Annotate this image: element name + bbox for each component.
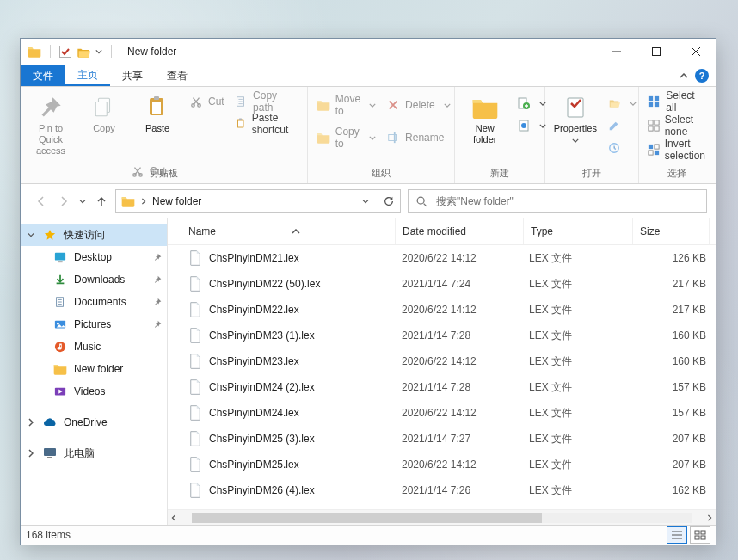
close-button[interactable]: [676, 39, 716, 65]
paste-button[interactable]: Paste: [132, 90, 182, 138]
open-button[interactable]: [606, 94, 638, 113]
select-all-button[interactable]: Select all: [646, 92, 709, 111]
search-input[interactable]: [434, 194, 699, 208]
minimize-button[interactable]: [597, 39, 637, 65]
history-button[interactable]: [606, 138, 638, 157]
desktop-icon: [53, 250, 67, 264]
nav-forward-button[interactable]: [57, 194, 71, 208]
table-row[interactable]: ChsPinyinDM22 (50).lex2021/1/14 7:24LEX …: [168, 271, 716, 297]
cut-button-2[interactable]: Cut: [129, 162, 168, 181]
sidebar-item-videos[interactable]: Videos: [21, 380, 167, 403]
scroll-left-icon[interactable]: [170, 514, 177, 521]
copy-to-button[interactable]: Copy to: [315, 128, 378, 147]
address-bar[interactable]: New folder: [115, 189, 401, 213]
file-size: 160 KB: [630, 355, 711, 367]
file-date: 2020/6/22 14:12: [395, 252, 522, 264]
pin-to-quick-access-button[interactable]: Pin to Quick access: [26, 90, 76, 161]
view-large-icons-button[interactable]: [690, 526, 710, 544]
sidebar-item-downloads[interactable]: Downloads: [21, 268, 167, 291]
tab-share[interactable]: 共享: [110, 65, 155, 86]
sidebar-item-music[interactable]: Music: [21, 335, 167, 358]
nav-sidebar: 快速访问 Desktop Downloads Documents Picture…: [21, 218, 168, 525]
table-row[interactable]: ChsPinyinDM22.lex2020/6/22 14:12LEX 文件21…: [168, 297, 716, 323]
select-none-button[interactable]: Select none: [646, 116, 709, 135]
invert-selection-button[interactable]: Invert selection: [646, 140, 709, 159]
file-size: 157 KB: [630, 381, 711, 393]
qa-folder-icon[interactable]: [77, 46, 90, 58]
refresh-button[interactable]: [383, 195, 395, 207]
this-pc-icon: [43, 446, 57, 460]
maximize-button[interactable]: [637, 39, 676, 65]
scrollbar-thumb[interactable]: [192, 513, 542, 523]
sidebar-item-documents[interactable]: Documents: [21, 291, 167, 313]
table-row[interactable]: ChsPinyinDM21.lex2020/6/22 14:12LEX 文件12…: [168, 245, 716, 271]
sidebar-item-this-pc[interactable]: 此电脑: [21, 442, 167, 465]
table-row[interactable]: ChsPinyinDM23 (1).lex2021/1/14 7:28LEX 文…: [168, 323, 716, 348]
file-size: 162 KB: [630, 484, 711, 496]
file-rows: ChsPinyinDM21.lex2020/6/22 14:12LEX 文件12…: [168, 245, 716, 509]
table-row[interactable]: ChsPinyinDM23.lex2020/6/22 14:12LEX 文件16…: [168, 348, 716, 374]
explorer-window: New folder 文件 主页 共享 查看 ? Pin to Quick ac…: [20, 38, 716, 545]
sidebar-item-new-folder[interactable]: New folder: [21, 358, 167, 380]
address-dropdown-icon[interactable]: [362, 198, 369, 205]
pin-icon: [153, 298, 162, 306]
expand-icon[interactable]: [26, 449, 36, 458]
file-date: 2021/1/14 7:24: [395, 278, 522, 290]
file-name: ChsPinyinDM25.lex: [209, 458, 299, 471]
paste-shortcut-button[interactable]: Paste shortcut: [233, 114, 300, 133]
sidebar-item-pictures[interactable]: Pictures: [21, 313, 167, 335]
tab-file[interactable]: 文件: [21, 65, 65, 86]
search-box[interactable]: [408, 189, 707, 213]
nav-back-button[interactable]: [34, 194, 48, 208]
col-size[interactable]: Size: [633, 218, 710, 244]
breadcrumb[interactable]: New folder: [152, 195, 201, 207]
status-item-count: 168 items: [26, 529, 71, 541]
qa-checkbox-icon[interactable]: [59, 46, 71, 58]
copy-button[interactable]: Copy: [79, 90, 129, 138]
table-row[interactable]: ChsPinyinDM24 (2).lex2021/1/14 7:28LEX 文…: [168, 374, 716, 400]
horizontal-scrollbar[interactable]: [168, 509, 716, 525]
expand-icon[interactable]: [26, 232, 36, 237]
new-folder-button[interactable]: New folder: [460, 90, 510, 149]
table-row[interactable]: ChsPinyinDM25 (3).lex2021/1/14 7:27LEX 文…: [168, 426, 716, 452]
col-date[interactable]: Date modified: [396, 218, 524, 244]
help-button[interactable]: ?: [695, 69, 709, 83]
table-row[interactable]: ChsPinyinDM24.lex2020/6/22 14:12LEX 文件15…: [168, 400, 716, 426]
table-row[interactable]: ChsPinyinDM25.lex2020/6/22 14:12LEX 文件20…: [168, 452, 716, 477]
svg-rect-42: [653, 48, 661, 56]
cut-button[interactable]: Cut: [188, 92, 226, 111]
rename-button[interactable]: Rename: [384, 128, 452, 147]
col-type[interactable]: Type: [524, 218, 633, 244]
tab-view[interactable]: 查看: [155, 65, 200, 86]
properties-button[interactable]: Properties: [550, 90, 600, 149]
music-icon: [53, 340, 67, 354]
file-type: LEX 文件: [522, 354, 630, 369]
ribbon-collapse-icon[interactable]: [680, 73, 688, 78]
copy-path-button[interactable]: Copy path: [233, 92, 300, 111]
sidebar-item-desktop[interactable]: Desktop: [21, 246, 167, 268]
address-chevron-icon[interactable]: [140, 198, 147, 205]
table-row[interactable]: ChsPinyinDM26 (4).lex2021/1/14 7:26LEX 文…: [168, 477, 716, 503]
sort-indicator-icon: [286, 229, 305, 234]
qa-customize-icon[interactable]: [95, 48, 102, 55]
new-item-button[interactable]: [515, 94, 548, 113]
file-size: 207 KB: [630, 433, 711, 445]
easy-access-button[interactable]: [515, 116, 548, 135]
sidebar-item-label: Videos: [74, 385, 105, 397]
sidebar-item-onedrive[interactable]: OneDrive: [21, 411, 167, 434]
file-type: LEX 文件: [522, 483, 630, 498]
view-details-button[interactable]: [667, 526, 687, 544]
nav-history-button[interactable]: [79, 198, 86, 205]
star-icon: [43, 228, 57, 242]
delete-button[interactable]: Delete: [384, 95, 452, 114]
edit-button[interactable]: [606, 116, 638, 135]
file-name: ChsPinyinDM23.lex: [209, 355, 299, 367]
tab-home[interactable]: 主页: [65, 65, 110, 86]
nav-up-button[interactable]: [95, 194, 108, 208]
sidebar-item-quick-access[interactable]: 快速访问: [21, 224, 167, 246]
ribbon-tabs: 文件 主页 共享 查看 ?: [21, 65, 716, 87]
expand-icon[interactable]: [26, 418, 36, 427]
file-date: 2020/6/22 14:12: [395, 458, 522, 471]
scroll-right-icon[interactable]: [706, 514, 713, 521]
move-to-button[interactable]: Move to: [315, 95, 378, 114]
